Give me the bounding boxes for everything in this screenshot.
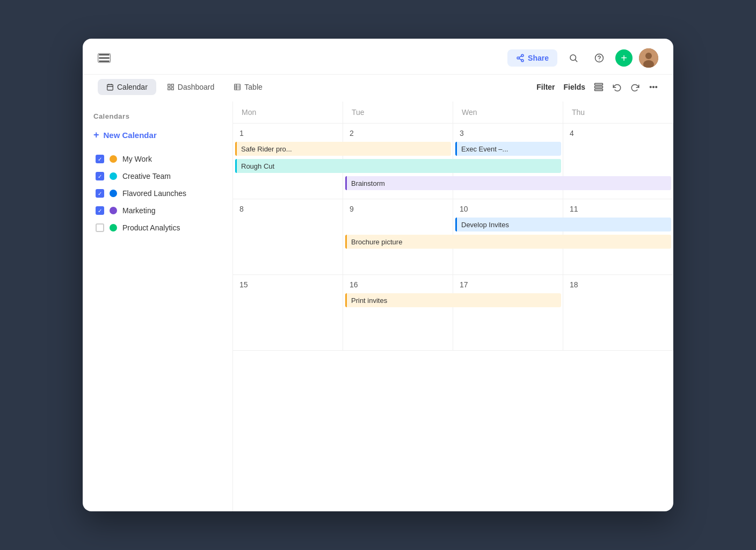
svg-rect-17 bbox=[171, 84, 173, 86]
sidebar: Calendars + New Calendar My WorkCreative… bbox=[83, 102, 233, 511]
day-cell-16[interactable]: 16 bbox=[343, 275, 453, 350]
dot-flavored-launches bbox=[110, 190, 117, 197]
day-header-wen: Wen bbox=[453, 102, 563, 123]
checkbox-my-work[interactable] bbox=[96, 155, 104, 163]
tabs: Calendar Dashboard Table bbox=[98, 79, 271, 95]
redo-button[interactable] bbox=[630, 82, 640, 92]
help-button[interactable] bbox=[590, 48, 609, 68]
header: Share + bbox=[83, 39, 673, 75]
day-number-16: 16 bbox=[350, 280, 446, 289]
svg-rect-18 bbox=[168, 88, 170, 90]
dashboard-tab-icon bbox=[167, 83, 175, 91]
redo-icon bbox=[630, 82, 640, 92]
day-number-15: 15 bbox=[239, 280, 336, 289]
svg-rect-25 bbox=[595, 86, 603, 88]
event-bar-1-1[interactable]: Brochure picture bbox=[345, 235, 671, 249]
checkbox-flavored-launches[interactable] bbox=[96, 189, 104, 198]
sidebar-item-product-analytics[interactable]: Product Analytics bbox=[93, 219, 222, 236]
svg-point-28 bbox=[653, 86, 654, 88]
day-number-1: 1 bbox=[239, 129, 336, 138]
event-bar-0-3[interactable]: Brainstorm bbox=[345, 176, 671, 190]
event-bar-0-2[interactable]: Exec Event –... bbox=[455, 142, 561, 156]
week-row-2: 15161718Print invites bbox=[233, 275, 673, 351]
share-button[interactable]: Share bbox=[507, 49, 557, 67]
main-content: Calendars + New Calendar My WorkCreative… bbox=[83, 102, 673, 511]
dot-marketing bbox=[110, 207, 117, 214]
checkbox-creative-team[interactable] bbox=[96, 172, 104, 180]
share-icon bbox=[516, 54, 525, 62]
sidebar-item-my-work[interactable]: My Work bbox=[93, 150, 222, 168]
day-header-mon: Mon bbox=[233, 102, 343, 123]
plus-icon: + bbox=[93, 130, 99, 140]
day-cell-15[interactable]: 15 bbox=[233, 275, 343, 350]
day-number-10: 10 bbox=[460, 205, 556, 213]
more-icon bbox=[649, 82, 658, 92]
calendar-label-creative-team: Creative Team bbox=[122, 172, 171, 180]
dot-product-analytics bbox=[110, 224, 117, 231]
sidebar-item-creative-team[interactable]: Creative Team bbox=[93, 168, 222, 185]
tab-dashboard[interactable]: Dashboard bbox=[158, 79, 223, 95]
week-row-1: 891011Develop InvitesBrochure picture bbox=[233, 199, 673, 275]
header-right: Share + bbox=[507, 48, 658, 68]
sidebar-item-flavored-launches[interactable]: Flavored Launches bbox=[93, 185, 222, 202]
app-window: Share + bbox=[83, 39, 673, 511]
day-number-3: 3 bbox=[460, 129, 556, 138]
svg-rect-19 bbox=[171, 88, 173, 90]
group-button[interactable] bbox=[594, 82, 604, 92]
day-cell-18[interactable]: 18 bbox=[563, 275, 673, 350]
day-cell-8[interactable]: 8 bbox=[233, 199, 343, 274]
day-number-11: 11 bbox=[570, 205, 666, 213]
svg-line-6 bbox=[575, 60, 577, 61]
svg-rect-20 bbox=[235, 84, 241, 90]
svg-rect-24 bbox=[595, 83, 603, 85]
svg-point-29 bbox=[656, 86, 657, 88]
calendar-tab-icon bbox=[106, 83, 114, 91]
day-number-2: 2 bbox=[350, 129, 446, 138]
undo-button[interactable] bbox=[612, 82, 622, 92]
svg-point-5 bbox=[570, 55, 576, 61]
svg-line-3 bbox=[519, 59, 522, 60]
new-calendar-button[interactable]: + New Calendar bbox=[93, 128, 157, 142]
day-number-8: 8 bbox=[239, 205, 336, 213]
event-bar-1-0[interactable]: Develop Invites bbox=[455, 218, 671, 231]
event-bar-0-0[interactable]: Safe Rider pro... bbox=[235, 142, 451, 156]
group-icon bbox=[594, 82, 604, 92]
day-number-9: 9 bbox=[350, 205, 446, 213]
share-label: Share bbox=[528, 54, 549, 62]
svg-rect-12 bbox=[107, 84, 113, 90]
calendar-label-marketing: Marketing bbox=[122, 206, 155, 215]
filter-button[interactable]: Filter bbox=[536, 83, 555, 91]
search-icon bbox=[569, 53, 578, 63]
dot-creative-team bbox=[110, 172, 117, 180]
day-cell-17[interactable]: 17 bbox=[453, 275, 563, 350]
event-bar-0-1[interactable]: Rough Cut bbox=[235, 159, 561, 173]
checkbox-marketing[interactable] bbox=[96, 206, 104, 215]
svg-point-10 bbox=[645, 53, 652, 59]
new-calendar-label: New Calendar bbox=[104, 131, 157, 140]
sidebar-item-marketing[interactable]: Marketing bbox=[93, 202, 222, 219]
day-header-tue: Tue bbox=[343, 102, 453, 123]
dot-my-work bbox=[110, 155, 117, 163]
tab-calendar[interactable]: Calendar bbox=[98, 79, 156, 95]
calendar-label-my-work: My Work bbox=[122, 155, 152, 163]
checkbox-product-analytics[interactable] bbox=[96, 223, 104, 232]
avatar bbox=[639, 48, 658, 68]
undo-icon bbox=[612, 82, 622, 92]
add-button[interactable]: + bbox=[615, 49, 633, 67]
week-row-0: 1234Safe Rider pro...Rough CutExec Event… bbox=[233, 124, 673, 199]
more-button[interactable] bbox=[649, 82, 658, 92]
tab-table[interactable]: Table bbox=[225, 79, 271, 95]
avatar-image bbox=[639, 48, 658, 68]
svg-point-27 bbox=[650, 86, 651, 88]
help-icon bbox=[594, 53, 604, 63]
search-button[interactable] bbox=[564, 48, 583, 68]
event-bar-2-0[interactable]: Print invites bbox=[345, 293, 561, 307]
toolbar: Calendar Dashboard Table Filter Fields bbox=[83, 75, 673, 102]
fields-button[interactable]: Fields bbox=[564, 83, 585, 91]
svg-rect-26 bbox=[595, 89, 603, 91]
table-tab-icon bbox=[234, 83, 241, 91]
day-number-4: 4 bbox=[570, 129, 666, 138]
calendar-label-flavored-launches: Flavored Launches bbox=[122, 189, 186, 198]
hamburger-menu[interactable] bbox=[98, 53, 111, 63]
weeks-container: 1234Safe Rider pro...Rough CutExec Event… bbox=[233, 124, 673, 511]
